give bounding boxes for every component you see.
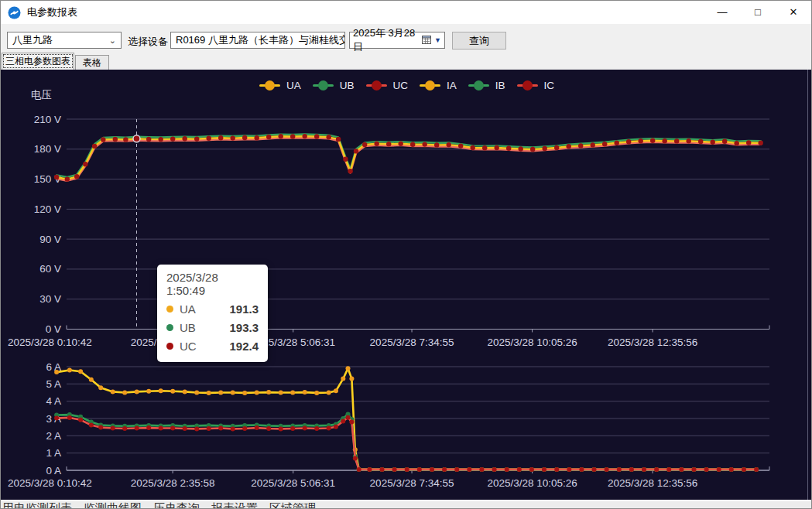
svg-text:210 V: 210 V [34,114,61,125]
query-button[interactable]: 查询 [452,32,506,50]
tab-chart-label: 三相电参数图表 [5,55,70,68]
chart-panel: UA UB UC IA IB IC 电压 21 [1,70,812,500]
line-charts[interactable]: 210 V180 V150 V120 V90 V60 V30 V0 V2025/… [1,70,812,500]
svg-text:2025/3/28 10:05:26: 2025/3/28 10:05:26 [487,477,577,489]
tab-strip: 三相电参数图表 表格 [1,52,811,70]
svg-text:90 V: 90 V [39,234,61,245]
svg-text:2025/3/28 12:35:56: 2025/3/28 12:35:56 [608,336,697,348]
tab-chart[interactable]: 三相电参数图表 [2,53,74,70]
svg-text:2025/3/28 7:34:55: 2025/3/28 7:34:55 [370,477,454,489]
svg-text:2025/3/28 2:35:58: 2025/3/28 2:35:58 [131,477,215,489]
svg-text:2025/3/28 12:35:56: 2025/3/28 12:35:56 [608,477,697,489]
close-button[interactable]: ✕ [776,1,811,24]
date-picker-value: 2025年 3月28日 [353,26,417,54]
chevron-down-icon: ▼ [434,36,441,44]
date-picker[interactable]: 2025年 3月28日 ▼ [349,32,445,49]
line-select-value: 八里九路 [12,33,53,47]
device-select-value: R0169 八里九路（长丰路）与湘桂线交 [176,33,345,47]
toolbar: 八里九路 ⌄ 选择设备 R0169 八里九路（长丰路）与湘桂线交 ⌄ 2025年… [1,24,811,52]
tooltip-row-ua: UA 191.3 [166,299,259,318]
svg-text:2025/3/28 0:10:42: 2025/3/28 0:10:42 [8,477,92,489]
svg-text:4 A: 4 A [46,395,61,407]
calendar-icon [422,35,431,46]
svg-text:2 A: 2 A [46,430,61,442]
svg-text:1 A: 1 A [46,447,61,459]
tab-table-label: 表格 [83,56,101,70]
minimize-button[interactable]: — [704,1,740,24]
app-window: 电参数报表 — □ ✕ 八里九路 ⌄ 选择设备 R0169 八里九路（长丰路）与… [0,0,812,509]
svg-text:0 V: 0 V [46,323,61,335]
series-dot-icon [166,306,173,313]
chevron-down-icon: ⌄ [104,36,116,46]
svg-text:2025/3/28 0:10:42: 2025/3/28 0:10:42 [8,336,92,348]
svg-text:0 A: 0 A [46,465,61,477]
svg-text:2025/3/28 7:34:55: 2025/3/28 7:34:55 [370,336,454,348]
svg-text:120 V: 120 V [34,203,61,215]
app-icon [8,6,21,19]
device-label: 选择设备 [128,35,168,49]
chart-tooltip: 2025/3/28 1:50:49 UA 191.3 UB 193.3 UC 1… [157,265,268,362]
series-dot-icon [166,343,173,350]
svg-text:2025/3/28 10:05:26: 2025/3/28 10:05:26 [487,336,577,348]
window-title: 电参数报表 [27,5,704,19]
svg-text:30 V: 30 V [39,293,61,305]
svg-text:180 V: 180 V [34,143,61,155]
tab-table[interactable]: 表格 [75,55,109,70]
maximize-button[interactable]: □ [740,1,776,24]
line-select[interactable]: 八里九路 ⌄ [7,32,122,49]
device-select[interactable]: R0169 八里九路（长丰路）与湘桂线交 ⌄ [170,32,345,49]
svg-text:5 A: 5 A [46,378,61,390]
svg-text:6 A: 6 A [46,361,61,373]
tooltip-timestamp: 2025/3/28 1:50:49 [166,271,259,297]
series-dot-icon [166,324,173,331]
svg-text:2025/3/28 5:06:31: 2025/3/28 5:06:31 [251,477,335,489]
title-bar: 电参数报表 — □ ✕ [1,1,811,24]
window-controls: — □ ✕ [704,1,811,24]
svg-text:60 V: 60 V [39,263,61,275]
background-window-text: 用电监测列表 监测曲线图 历史查询 报表设置 区域管理 [2,501,316,509]
panel-edge-divider [807,70,808,500]
tooltip-row-ub: UB 193.3 [166,318,259,336]
tooltip-row-uc: UC 192.4 [166,336,259,355]
background-window-strip: 用电监测列表 监测曲线图 历史查询 报表设置 区域管理 [1,500,811,509]
